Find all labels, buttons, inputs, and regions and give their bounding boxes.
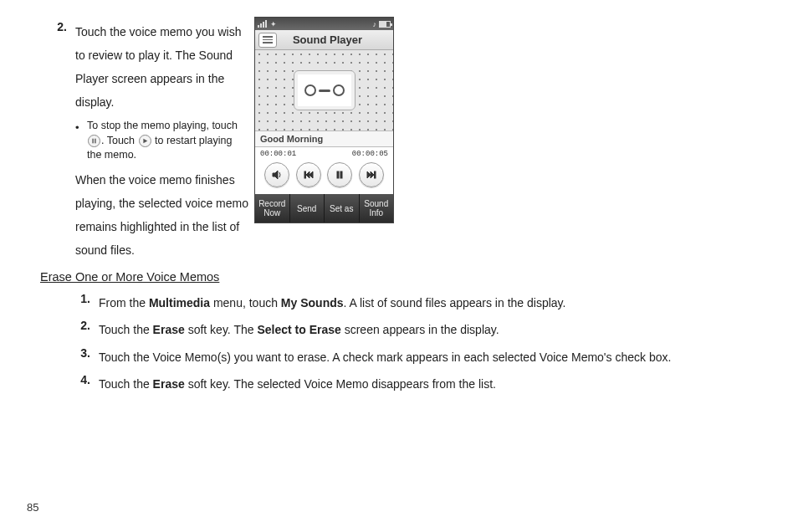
softkey-send[interactable]: Send — [290, 194, 325, 223]
erase-step-4: 4. Touch the Erase soft key. The selecte… — [40, 373, 758, 396]
svg-rect-0 — [92, 138, 93, 143]
softkey-bar: Record Now Send Set as Sound Info — [255, 194, 393, 223]
section-heading: Erase One or More Voice Memos — [40, 270, 758, 284]
phone-statusbar: ✦ ♪ — [255, 18, 393, 30]
page-number: 85 — [27, 501, 38, 514]
svg-marker-6 — [309, 171, 313, 178]
status-right: ♪ — [373, 20, 391, 28]
bullet-text-part: . Touch — [101, 135, 138, 146]
softkey-set-as[interactable]: Set as — [325, 194, 360, 223]
satellite-icon: ✦ — [270, 20, 277, 28]
step-number: 3. — [40, 346, 99, 369]
prev-button[interactable] — [296, 162, 321, 187]
svg-rect-7 — [337, 171, 339, 178]
softkey-sound-info[interactable]: Sound Info — [360, 194, 394, 223]
svg-rect-8 — [340, 171, 342, 178]
step-text: Touch the Voice Memo(s) you want to eras… — [99, 346, 758, 369]
svg-marker-2 — [143, 138, 147, 143]
pause-button[interactable] — [327, 162, 352, 187]
time-elapsed: 00:00:01 — [260, 150, 296, 158]
play-icon — [139, 135, 151, 147]
erase-steps: 1. From the Multimedia menu, touch My So… — [40, 292, 758, 396]
erase-step-2: 2. Touch the Erase soft key. The Select … — [40, 319, 758, 341]
softkey-record-now[interactable]: Record Now — [255, 194, 290, 223]
step-number: 4. — [40, 373, 99, 396]
volume-button[interactable] — [264, 162, 289, 187]
svg-rect-4 — [304, 171, 306, 178]
menu-button[interactable] — [258, 33, 277, 48]
cassette-icon — [294, 70, 356, 110]
step-number: 2. — [40, 20, 75, 114]
step-2-continuation: When the voice memo finishes playing, th… — [40, 168, 249, 262]
step-number: 1. — [40, 292, 99, 315]
phone-title: Sound Player — [282, 33, 390, 46]
step-text: Touch the Erase soft key. The Select to … — [99, 319, 758, 341]
svg-rect-1 — [95, 138, 95, 143]
svg-marker-9 — [367, 171, 371, 178]
svg-marker-3 — [273, 171, 278, 179]
step-2-bullet: • To stop the memo playing, touch . Touc… — [40, 119, 249, 163]
step-number: 2. — [40, 319, 99, 341]
pause-icon — [88, 135, 100, 147]
svg-rect-11 — [374, 171, 376, 178]
step-text: From the Multimedia menu, touch My Sound… — [99, 292, 758, 315]
step-2: 2. Touch the voice memo you wish to revi… — [40, 20, 249, 114]
bullet-text-part: To stop the memo playing, touch — [87, 120, 238, 131]
status-left: ✦ — [258, 20, 277, 28]
player-area — [255, 50, 393, 130]
time-row: 00:00:01 00:00:05 — [255, 147, 393, 159]
phone-screenshot: ✦ ♪ Sound Player Good Morning — [254, 17, 394, 223]
player-controls — [255, 159, 393, 194]
step-text: Touch the Erase soft key. The selected V… — [99, 373, 758, 396]
track-name: Good Morning — [255, 130, 393, 147]
bullet-text: To stop the memo playing, touch . Touch … — [87, 119, 249, 163]
signal-icon — [258, 21, 268, 28]
time-total: 00:00:05 — [352, 150, 388, 158]
bullet-icon: • — [75, 119, 87, 163]
step-text: Touch the voice memo you wish to review … — [75, 20, 249, 114]
erase-step-1: 1. From the Multimedia menu, touch My So… — [40, 292, 758, 315]
phone-titlebar: Sound Player — [255, 30, 393, 50]
erase-step-3: 3. Touch the Voice Memo(s) you want to e… — [40, 346, 758, 369]
next-button[interactable] — [359, 162, 384, 187]
svg-marker-10 — [371, 171, 374, 178]
battery-icon — [379, 21, 391, 28]
music-note-icon: ♪ — [373, 20, 377, 28]
